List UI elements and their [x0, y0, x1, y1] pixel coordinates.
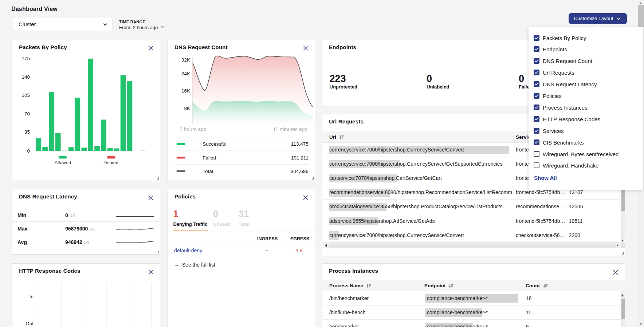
- svg-text:Failed: Failed: [203, 155, 216, 161]
- svg-text:Successful: Successful: [203, 141, 226, 147]
- svg-text:Out: Out: [25, 321, 34, 326]
- svg-text:113,475: 113,475: [291, 141, 309, 147]
- svg-text:In: In: [30, 294, 34, 299]
- svg-text:105: 105: [21, 92, 30, 98]
- svg-text:Allowed: Allowed: [55, 160, 71, 165]
- svg-text:11 minutes ago: 11 minutes ago: [273, 126, 307, 132]
- svg-text:Total: Total: [203, 169, 213, 174]
- svg-text:Denied: Denied: [103, 160, 118, 165]
- svg-text:35: 35: [24, 129, 30, 135]
- svg-text:140: 140: [21, 74, 30, 80]
- svg-text:2 hours ago: 2 hours ago: [180, 126, 207, 132]
- svg-text:32K: 32K: [181, 57, 190, 63]
- svg-text:24K: 24K: [181, 71, 190, 76]
- svg-text:191,211: 191,211: [291, 155, 309, 161]
- svg-text:175: 175: [21, 56, 30, 61]
- svg-text:70: 70: [24, 111, 30, 117]
- svg-text:304,686: 304,686: [291, 169, 309, 174]
- svg-text:8K: 8K: [184, 106, 190, 111]
- svg-text:0: 0: [27, 148, 30, 154]
- svg-text:16K: 16K: [181, 88, 190, 94]
